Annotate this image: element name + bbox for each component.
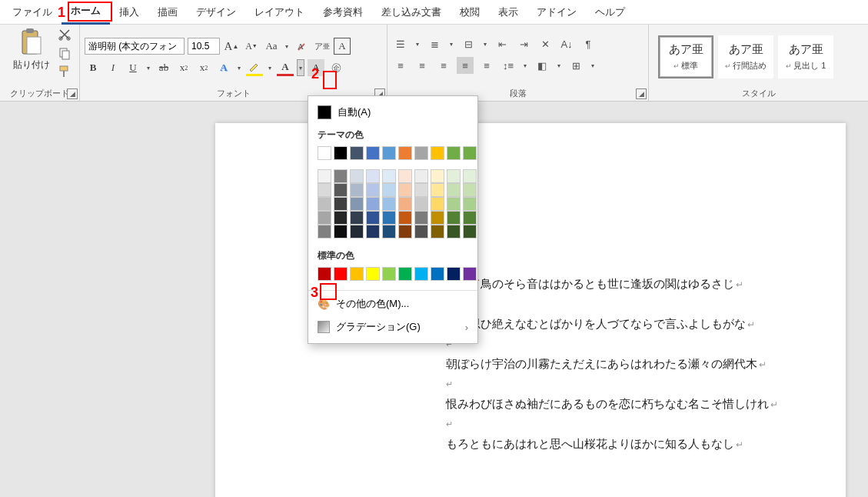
- color-swatch[interactable]: [366, 197, 380, 211]
- color-swatch[interactable]: [350, 183, 364, 197]
- color-swatch[interactable]: [334, 169, 348, 183]
- show-marks-button[interactable]: ¶: [580, 35, 597, 52]
- cut-icon[interactable]: [58, 28, 72, 42]
- strikethrough-button[interactable]: ab: [155, 59, 172, 76]
- tab-design[interactable]: デザイン: [187, 1, 245, 24]
- color-swatch[interactable]: [431, 211, 444, 225]
- color-swatch[interactable]: [334, 267, 348, 281]
- color-swatch[interactable]: [318, 197, 331, 211]
- borders-dropdown[interactable]: ▾: [589, 57, 597, 74]
- color-swatch[interactable]: [350, 169, 364, 183]
- underline-dropdown[interactable]: ▾: [145, 59, 152, 76]
- color-swatch[interactable]: [318, 211, 331, 225]
- borders-button[interactable]: ⊞: [567, 57, 584, 74]
- align-right-button[interactable]: ≡: [435, 57, 452, 74]
- multilevel-button[interactable]: ⊟: [460, 35, 477, 52]
- color-swatch[interactable]: [447, 183, 461, 197]
- style-nospacing[interactable]: あア亜 行間詰め: [718, 35, 773, 78]
- color-swatch[interactable]: [463, 225, 477, 238]
- highlight-button[interactable]: [246, 59, 263, 76]
- color-swatch[interactable]: [398, 197, 412, 211]
- tab-mailings[interactable]: 差し込み文書: [372, 1, 451, 24]
- paste-label[interactable]: 貼り付け: [13, 58, 50, 72]
- numbering-button[interactable]: ≣: [426, 35, 443, 52]
- bold-button[interactable]: B: [85, 59, 101, 76]
- color-swatch[interactable]: [463, 267, 477, 281]
- color-swatch[interactable]: [366, 183, 380, 197]
- tab-review[interactable]: 校閲: [451, 1, 489, 24]
- tab-addins[interactable]: アドイン: [527, 1, 586, 24]
- color-swatch[interactable]: [382, 183, 396, 197]
- color-swatch[interactable]: [382, 146, 396, 160]
- grow-font-button[interactable]: A▲: [223, 38, 240, 55]
- phonetic-guide-button[interactable]: ア亜: [314, 38, 331, 55]
- color-swatch[interactable]: [318, 225, 331, 238]
- color-swatch[interactable]: [414, 169, 428, 183]
- color-swatch[interactable]: [463, 197, 477, 211]
- color-swatch[interactable]: [447, 211, 461, 225]
- color-swatch[interactable]: [382, 211, 396, 225]
- shading-dropdown[interactable]: ▾: [555, 57, 563, 74]
- doc-line[interactable]: 恨みわびほさぬ袖だにあるものを恋に朽ちなむ名こそ惜しけれ↵: [446, 397, 815, 412]
- color-swatch[interactable]: [366, 225, 380, 238]
- color-swatch[interactable]: [463, 146, 477, 160]
- doc-line[interactable]: こめて鳥のそら音ははかるとも世に逢坂の関はゆるさじ↵: [446, 277, 815, 292]
- more-colors-item[interactable]: 🎨 その他の色(M)...: [308, 292, 477, 315]
- tab-insert[interactable]: 挿入: [110, 1, 148, 24]
- line-spacing-dropdown[interactable]: ▾: [521, 57, 529, 74]
- shading-button[interactable]: ◧: [534, 57, 550, 74]
- color-swatch[interactable]: [318, 267, 331, 281]
- color-swatch[interactable]: [366, 211, 380, 225]
- color-swatch[interactable]: [431, 197, 444, 211]
- copy-icon[interactable]: [58, 46, 72, 60]
- increase-indent-button[interactable]: ⇥: [515, 35, 532, 52]
- distribute-button[interactable]: ≡: [478, 57, 495, 74]
- color-swatch[interactable]: [382, 169, 396, 183]
- change-case-button[interactable]: Aa: [263, 38, 280, 55]
- color-swatch[interactable]: [414, 225, 428, 238]
- color-swatch[interactable]: [350, 225, 364, 238]
- color-swatch[interactable]: [334, 197, 348, 211]
- tab-layout[interactable]: レイアウト: [245, 1, 314, 24]
- tab-draw[interactable]: 描画: [148, 1, 187, 24]
- color-swatch[interactable]: [447, 146, 461, 160]
- color-swatch[interactable]: [334, 146, 348, 160]
- color-swatch[interactable]: [350, 197, 364, 211]
- underline-button[interactable]: U: [125, 59, 141, 76]
- color-swatch[interactable]: [398, 211, 412, 225]
- shrink-font-button[interactable]: A▼: [243, 38, 260, 55]
- tab-help[interactable]: ヘルプ: [586, 1, 634, 24]
- highlight-dropdown[interactable]: ▾: [266, 59, 274, 76]
- italic-button[interactable]: I: [105, 59, 121, 76]
- color-swatch[interactable]: [334, 183, 348, 197]
- color-swatch[interactable]: [414, 146, 428, 160]
- subscript-button[interactable]: x2: [175, 59, 192, 76]
- color-swatch[interactable]: [414, 197, 428, 211]
- ltr-button[interactable]: ✕: [537, 35, 554, 52]
- color-swatch[interactable]: [382, 267, 396, 281]
- color-swatch[interactable]: [414, 211, 428, 225]
- color-swatch[interactable]: [350, 267, 364, 281]
- color-swatch[interactable]: [350, 211, 364, 225]
- numbering-dropdown[interactable]: ▾: [447, 35, 455, 52]
- align-center-button[interactable]: ≡: [414, 57, 431, 74]
- color-swatch[interactable]: [431, 267, 444, 281]
- font-size-input[interactable]: 10.5: [188, 38, 220, 55]
- color-swatch[interactable]: [318, 146, 331, 160]
- color-swatch[interactable]: [382, 197, 396, 211]
- color-swatch[interactable]: [447, 169, 461, 183]
- character-shading-button[interactable]: A: [308, 59, 324, 76]
- color-swatch[interactable]: [414, 183, 428, 197]
- text-effects-dropdown[interactable]: ▾: [235, 59, 243, 76]
- doc-line[interactable]: ただ思ひ絶えなむとばかりを人づてならで言ふよしもがな↵: [446, 317, 815, 332]
- font-color-dropdown[interactable]: ▾: [297, 59, 304, 76]
- clear-formatting-button[interactable]: A: [294, 38, 311, 55]
- color-swatch[interactable]: [334, 225, 348, 238]
- tab-file[interactable]: ファイル: [3, 1, 62, 24]
- align-left-button[interactable]: ≡: [392, 57, 409, 74]
- color-swatch[interactable]: [398, 146, 412, 160]
- color-swatch[interactable]: [447, 225, 461, 238]
- justify-button[interactable]: ≡: [457, 57, 474, 74]
- color-swatch[interactable]: [463, 169, 477, 183]
- color-swatch[interactable]: [414, 267, 428, 281]
